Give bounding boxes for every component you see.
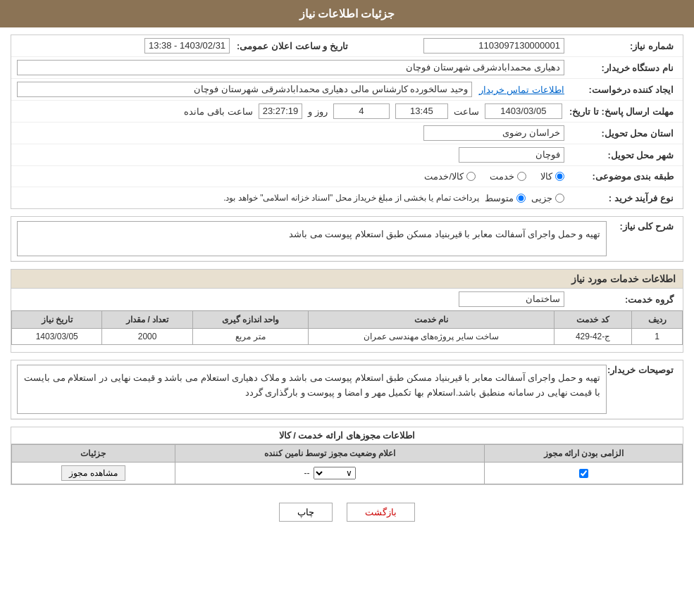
category-label: طبقه بندی موضوعی: xyxy=(571,171,677,182)
time-label: ساعت xyxy=(454,106,479,117)
response-deadline-row: مهلت ارسال پاسخ: تا تاریخ: 1403/03/05 سا… xyxy=(11,101,683,122)
permit-status-value: -- xyxy=(304,468,310,478)
cell-name: ساخت سایر پروژه‌های مهندسی عمران xyxy=(309,329,554,345)
permits-section: اطلاعات مجوزهای ارائه خدمت / کالا الزامی… xyxy=(11,427,683,485)
response-days: 4 xyxy=(333,103,390,119)
buyer-station-value: دهیاری محمدابادشرقی شهرستان فوچان xyxy=(17,60,571,75)
info-section: شماره نیاز: 1103097130000001 تاریخ و ساع… xyxy=(11,34,683,209)
response-remaining: 23:27:19 xyxy=(259,103,303,119)
purchase-type-value: جزیی متوسط پرداخت تمام یا بخشی از مبلغ خ… xyxy=(17,193,571,203)
page-header: جزئیات اطلاعات نیاز xyxy=(0,0,694,27)
city-label: شهر محل تحویل: xyxy=(571,150,677,161)
response-time: 13:45 xyxy=(395,103,448,119)
col-row: ردیف xyxy=(632,311,683,329)
services-section: اطلاعات خدمات مورد نیاز گروه خدمت: ساختم… xyxy=(11,269,683,353)
bottom-buttons: بازگشت چاپ xyxy=(11,492,683,532)
city-value: فوچان xyxy=(17,147,571,163)
cell-unit: متر مربع xyxy=(192,329,308,345)
announcement-value: 1403/02/31 - 13:38 xyxy=(17,38,237,54)
city-row: شهر محل تحویل: فوچان xyxy=(11,144,683,166)
province-label: استان محل تحویل: xyxy=(571,128,677,139)
print-button[interactable]: چاپ xyxy=(279,503,333,522)
permits-col-required: الزامی بودن ارائه مجوز xyxy=(485,445,683,463)
response-deadline-label: مهلت ارسال پاسخ: تا تاریخ: xyxy=(569,106,677,117)
buyer-note-box-wrapper: تهیه و حمل واجرای آسفالت معابر با قیربنی… xyxy=(17,365,607,414)
service-group-input: ساختمان xyxy=(459,291,564,307)
response-date: 1403/03/05 xyxy=(485,103,562,119)
table-row: 1 ج-42-429 ساخت سایر پروژه‌های مهندسی عم… xyxy=(12,329,683,345)
need-number-input: 1103097130000001 xyxy=(423,38,564,54)
page-title: جزئیات اطلاعات نیاز xyxy=(299,8,395,20)
remaining-label: ساعت باقی مانده xyxy=(184,106,252,117)
purchase-radio-jozi[interactable]: جزیی xyxy=(531,193,564,203)
buyer-station-label: نام دستگاه خریدار: xyxy=(571,63,677,73)
permit-checkbox[interactable] xyxy=(579,469,588,478)
purchase-note: پرداخت تمام یا بخشی از مبلغ خریداز محل "… xyxy=(223,193,479,203)
services-table: ردیف کد خدمت نام خدمت واحد اندازه گیری ت… xyxy=(11,310,683,345)
services-table-section: ردیف کد خدمت نام خدمت واحد اندازه گیری ت… xyxy=(11,310,683,345)
category-radio-kala[interactable]: کالا xyxy=(540,171,564,182)
permit-status: ∨ -- xyxy=(175,463,485,484)
announcement-label: تاریخ و ساعت اعلان عمومی: xyxy=(237,41,352,51)
need-number-row: شماره نیاز: 1103097130000001 تاریخ و ساع… xyxy=(11,35,683,57)
cell-row: 1 xyxy=(632,329,683,345)
requester-value-area: اطلاعات تماس خریدار وحید سالخورده کارشنا… xyxy=(17,82,571,97)
permits-col-status: اعلام وضعیت مجوز توسط نامین کننده xyxy=(175,445,485,463)
requester-row: ایجاد کننده درخواست: اطلاعات تماس خریدار… xyxy=(11,79,683,101)
need-desc-row: شرح کلی نیاز: تهیه و حمل واجرای آسفالت م… xyxy=(11,217,683,261)
page-container: جزئیات اطلاعات نیاز شماره نیاز: 11030971… xyxy=(0,0,694,616)
buyer-note-row: توصیحات خریدار: تهیه و حمل واجرای آسفالت… xyxy=(11,360,683,419)
service-group-label: گروه خدمت: xyxy=(571,294,677,305)
buyer-note-content: تهیه و حمل واجرای آسفالت معابر با قیربنی… xyxy=(17,365,607,414)
services-title: اطلاعات خدمات مورد نیاز xyxy=(11,270,683,289)
purchase-radio-motawaset[interactable]: متوسط xyxy=(485,193,526,203)
days-label: روز و xyxy=(308,106,328,117)
need-desc-box: تهیه و حمل واجرای آسفالت معابر با قیربنی… xyxy=(17,221,607,256)
service-group-row: گروه خدمت: ساختمان xyxy=(11,289,683,310)
requester-label: ایجاد کننده درخواست: xyxy=(571,84,677,95)
category-radio-kala-khedmat[interactable]: کالا/خدمت xyxy=(424,171,476,182)
col-unit: واحد اندازه گیری xyxy=(192,311,308,329)
permit-details: مشاهده مجوز xyxy=(12,463,175,484)
col-code: کد خدمت xyxy=(554,311,632,329)
col-qty: تعداد / مقدار xyxy=(102,311,192,329)
main-content: شماره نیاز: 1103097130000001 تاریخ و ساع… xyxy=(0,27,694,539)
col-date: تاریخ نیاز xyxy=(12,311,102,329)
category-radio-khedmat[interactable]: خدمت xyxy=(490,171,526,182)
cell-date: 1403/03/05 xyxy=(12,329,102,345)
permits-col-details: جزئیات xyxy=(12,445,175,463)
buyer-station-row: نام دستگاه خریدار: دهیاری محمدابادشرقی ش… xyxy=(11,57,683,79)
province-input: خراسان رضوی xyxy=(423,125,564,141)
response-deadline-values: 1403/03/05 ساعت 13:45 4 روز و 23:27:19 س… xyxy=(17,103,569,119)
announcement-input: 1403/02/31 - 13:38 xyxy=(144,38,230,54)
need-desc-content: تهیه و حمل واجرای آسفالت معابر با قیربنی… xyxy=(17,221,607,256)
purchase-type-row: نوع فرآیند خرید : جزیی متوسط پرداخت تمام… xyxy=(11,187,683,208)
purchase-type-label: نوع فرآیند خرید : xyxy=(571,193,677,203)
table-row: ∨ -- مشاهده مجوز xyxy=(12,463,683,484)
requester-input: وحید سالخورده کارشناس مالی دهیاری محمداب… xyxy=(17,82,472,97)
col-name: نام خدمت xyxy=(309,311,554,329)
cell-code: ج-42-429 xyxy=(554,329,632,345)
service-group-value: ساختمان xyxy=(17,291,571,307)
category-row: طبقه بندی موضوعی: کالا خدمت کالا/خدمت xyxy=(11,166,683,187)
city-input: فوچان xyxy=(459,147,564,163)
category-options: کالا خدمت کالا/خدمت xyxy=(17,171,571,182)
requester-link[interactable]: اطلاعات تماس خریدار xyxy=(479,84,564,95)
buyer-note-section: توصیحات خریدار: تهیه و حمل واجرای آسفالت… xyxy=(11,360,683,420)
need-desc-section: شرح کلی نیاز: تهیه و حمل واجرای آسفالت م… xyxy=(11,216,683,262)
need-number-label: شماره نیاز: xyxy=(571,41,677,51)
need-number-value: 1103097130000001 xyxy=(352,38,571,54)
cell-qty: 2000 xyxy=(102,329,192,345)
permit-status-select[interactable]: ∨ xyxy=(314,467,356,479)
province-row: استان محل تحویل: خراسان رضوی xyxy=(11,122,683,144)
permits-table: الزامی بودن ارائه مجوز اعلام وضعیت مجوز … xyxy=(11,444,683,484)
buyer-note-label: توصیحات خریدار: xyxy=(607,365,677,375)
permits-title: اطلاعات مجوزهای ارائه خدمت / کالا xyxy=(11,427,683,444)
permit-required xyxy=(485,463,683,484)
view-permit-button[interactable]: مشاهده مجوز xyxy=(61,465,125,481)
back-button[interactable]: بازگشت xyxy=(347,503,415,522)
buyer-station-input: دهیاری محمدابادشرقی شهرستان فوچان xyxy=(17,60,564,75)
province-value: خراسان رضوی xyxy=(17,125,571,141)
need-desc-label: شرح کلی نیاز: xyxy=(607,221,677,232)
